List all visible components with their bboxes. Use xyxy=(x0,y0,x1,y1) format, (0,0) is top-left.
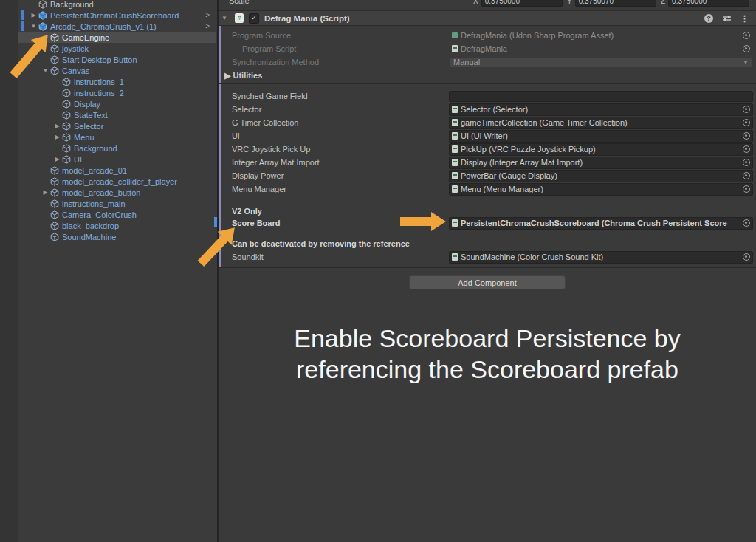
hierarchy-item[interactable]: ▶ model_arcade_button xyxy=(18,187,216,198)
utilities-foldout-row[interactable]: ▶ Utilities xyxy=(219,69,756,81)
hierarchy-item[interactable]: Background xyxy=(18,143,216,154)
foldout-arrow-icon[interactable]: ▶ xyxy=(52,120,62,131)
object-picker-button[interactable] xyxy=(740,44,752,55)
component-enabled-checkbox[interactable]: ✓ xyxy=(249,13,259,24)
object-picker-icon xyxy=(743,159,750,166)
open-prefab-chevron-icon[interactable]: > xyxy=(205,21,210,32)
scale-x-input[interactable]: 0.3750000 xyxy=(481,0,563,7)
prefab-instance-bar xyxy=(21,21,24,31)
hierarchy-item[interactable]: ▶ UI xyxy=(18,154,216,165)
component-header[interactable]: ▼ # ✓ Defrag Mania (Script) ? ⋮ xyxy=(219,10,756,26)
score-board-object-field[interactable]: PersistentChromaCrushScoreboard (Chroma … xyxy=(449,217,753,230)
foldout-arrow-icon[interactable]: ▶ xyxy=(29,10,38,21)
deactivate-note-header: Can be deactivated by removing the refer… xyxy=(232,239,410,248)
object-picker-button[interactable] xyxy=(740,252,752,263)
inspector-row: Ui UI (Ui Writer) xyxy=(219,130,756,142)
object-picker-button[interactable] xyxy=(740,131,752,142)
foldout-arrow-icon[interactable]: ▶ xyxy=(41,187,50,198)
utilities-label: Utilities xyxy=(233,71,263,80)
object-reference-field[interactable]: PickUp (VRC Puzzle Joystick Pickup) xyxy=(449,143,753,156)
field-label: Soundkit xyxy=(232,253,264,261)
sync-method-dropdown[interactable]: Manual ▼ xyxy=(449,57,753,68)
object-reference-field[interactable]: gameTimerCollection (Game Timer Collecti… xyxy=(449,117,753,129)
object-picker-button[interactable] xyxy=(740,184,752,195)
object-picker-button[interactable] xyxy=(740,218,752,229)
foldout-arrow-icon[interactable]: ▼ xyxy=(29,21,38,32)
help-icon[interactable]: ? xyxy=(704,14,713,23)
inspector-row: Menu Manager Menu (Menu Manager) xyxy=(219,183,756,195)
scale-label: Scale xyxy=(229,0,250,5)
hierarchy-item[interactable]: model_arcade_collider_f_player xyxy=(18,176,216,187)
hierarchy-item[interactable]: ▶ Menu xyxy=(18,131,216,143)
hierarchy-item-label: Background xyxy=(50,0,94,9)
object-picker-button[interactable] xyxy=(740,104,752,115)
object-reference-field[interactable]: UI (Ui Writer) xyxy=(449,130,753,143)
cube-icon xyxy=(50,210,60,219)
object-reference-field[interactable]: PowerBar (Gauge Display) xyxy=(449,170,753,182)
section-separator xyxy=(219,267,756,268)
hierarchy-item[interactable]: StateText xyxy=(18,109,216,120)
hierarchy-item[interactable]: Start Desktop Button xyxy=(18,54,216,65)
inspector-row: Display Power PowerBar (Gauge Display) xyxy=(219,170,756,182)
hierarchy-item[interactable]: ▶ Selector xyxy=(18,120,216,131)
cube-icon xyxy=(50,233,60,241)
tutorial-caption: Enable Scoreboard Persistence by referen… xyxy=(219,323,756,385)
inspector-row: Integer Array Mat Import Display (Intege… xyxy=(219,157,756,168)
hierarchy-item[interactable]: Display xyxy=(18,98,216,109)
object-reference-value: SoundMachine (Color Crush Sound Kit) xyxy=(461,253,740,261)
hierarchy-item-label: joystick xyxy=(62,44,89,53)
hierarchy-visibility-gutter xyxy=(0,0,18,542)
object-picker-icon xyxy=(743,253,750,261)
open-prefab-chevron-icon[interactable]: > xyxy=(205,10,210,21)
soundkit-object-field[interactable]: SoundMachine (Color Crush Sound Kit) xyxy=(449,251,753,264)
object-reference-field[interactable]: Menu (Menu Manager) xyxy=(449,183,753,196)
object-picker-button[interactable] xyxy=(740,144,752,155)
hierarchy-item[interactable]: instructions_2 xyxy=(18,87,216,98)
object-picker-button[interactable] xyxy=(740,117,752,128)
hierarchy-item-label: Arcade_ChromaCrush_v1 (1) xyxy=(50,22,157,31)
add-component-button[interactable]: Add Component xyxy=(409,275,566,289)
object-reference-field[interactable]: DefragMania (Udon Sharp Program Asset) xyxy=(449,30,753,42)
v2-only-header: V2 Only xyxy=(232,207,262,216)
hierarchy-item-label: model_arcade_button xyxy=(62,188,140,197)
hierarchy-item[interactable]: ▼ Arcade_ChromaCrush_v1 (1) > xyxy=(18,21,216,32)
hierarchy-item[interactable]: SoundMachine xyxy=(18,231,216,242)
chevron-down-icon: ▼ xyxy=(743,59,749,66)
foldout-arrow-icon[interactable]: ▼ xyxy=(41,65,50,76)
component-foldout-icon[interactable]: ▼ xyxy=(219,15,230,21)
hierarchy-item[interactable]: black_backdrop xyxy=(18,220,216,231)
presets-icon[interactable] xyxy=(722,14,732,23)
hierarchy-item-label: Start Desktop Button xyxy=(62,55,137,64)
object-reference-field[interactable]: Display (Integer Array Mat Import) xyxy=(449,157,753,169)
object-reference-value: Display (Integer Array Mat Import) xyxy=(461,158,740,167)
cube-icon xyxy=(62,100,72,109)
object-picker-button[interactable] xyxy=(740,171,752,182)
object-reference-field[interactable]: Selector (Selector) xyxy=(449,103,753,116)
hierarchy-item[interactable]: Background xyxy=(18,0,216,10)
hierarchy-item[interactable]: instructions_main xyxy=(18,198,216,209)
hierarchy-item[interactable]: instructions_1 xyxy=(18,76,216,87)
scale-y-input[interactable]: 0.3750070 xyxy=(575,0,656,7)
object-picker-button[interactable] xyxy=(740,30,752,41)
hierarchy-item-label: GameEngine xyxy=(62,33,109,42)
hierarchy-item[interactable]: Camera_ColorCrush xyxy=(18,209,216,220)
hierarchy-item[interactable]: ▶ PersistentChromaCrushScoreboard > xyxy=(18,10,216,21)
synched-game-field-input[interactable] xyxy=(449,91,753,102)
inspector-row: Program Script DefragMania xyxy=(219,43,756,55)
hierarchy-item-label: Selector xyxy=(74,122,103,131)
object-reference-value: gameTimerCollection (Game Timer Collecti… xyxy=(461,118,740,127)
script-asset-icon xyxy=(452,219,458,227)
foldout-arrow-icon[interactable]: ▶ xyxy=(52,154,62,165)
cube-icon xyxy=(50,177,60,186)
foldout-arrow-icon[interactable]: ▶ xyxy=(52,131,62,143)
hierarchy-item[interactable]: ▼ Canvas xyxy=(18,65,216,76)
object-reference-field[interactable]: DefragMania xyxy=(449,43,753,55)
axis-z-label: Z xyxy=(661,0,665,5)
field-label: Program Source xyxy=(232,31,291,40)
hierarchy-item-label: UI xyxy=(74,155,82,164)
kebab-menu-icon[interactable]: ⋮ xyxy=(740,14,749,23)
hierarchy-item[interactable]: model_arcade_01 xyxy=(18,165,216,176)
object-picker-button[interactable] xyxy=(740,157,752,168)
hierarchy-item-label: model_arcade_collider_f_player xyxy=(62,177,177,186)
scale-z-input[interactable]: 0.3750000 xyxy=(668,0,749,7)
